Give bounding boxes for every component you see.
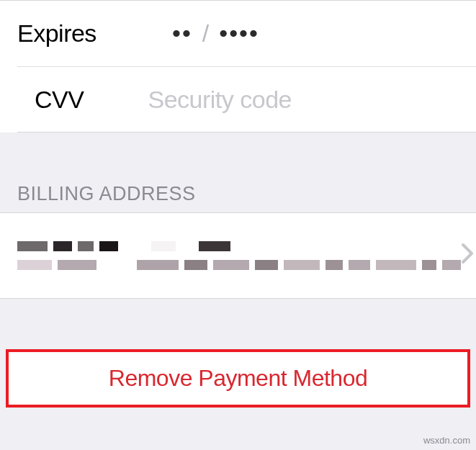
watermark: wsxdn.com (423, 435, 470, 446)
cvv-input[interactable] (148, 86, 459, 114)
remove-payment-label: Remove Payment Method (109, 365, 367, 391)
cvv-label: CVV (35, 86, 148, 114)
cvv-row[interactable]: CVV (17, 66, 476, 132)
remove-payment-button[interactable]: Remove Payment Method (6, 349, 470, 408)
card-fields-section: Expires ••/•••• CVV (0, 0, 476, 132)
actions-section: Remove Payment Method (0, 299, 476, 408)
billing-address-content (17, 238, 461, 273)
billing-address-row[interactable] (0, 212, 476, 299)
expires-value: ••/•••• (172, 19, 259, 48)
billing-address-header: BILLING ADDRESS (0, 132, 476, 212)
expires-row[interactable]: Expires ••/•••• (0, 0, 476, 66)
expires-label: Expires (17, 19, 172, 48)
chevron-right-icon (461, 240, 474, 271)
